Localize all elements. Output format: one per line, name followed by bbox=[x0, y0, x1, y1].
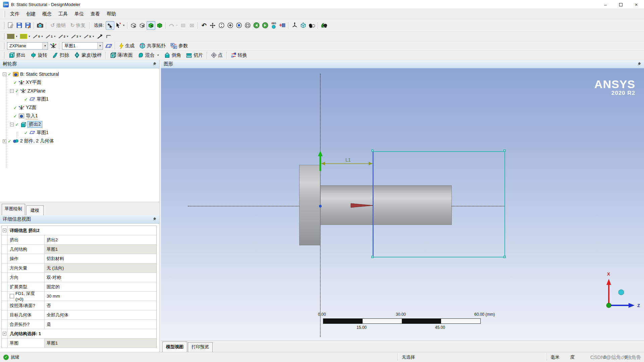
toolbar-grip[interactable] bbox=[3, 52, 4, 59]
generate-button[interactable]: 生成 bbox=[117, 42, 137, 50]
face-color-dropdown[interactable] bbox=[19, 32, 32, 41]
details-row-operation[interactable]: 操作切割材料 bbox=[2, 254, 156, 263]
sweep-button[interactable]: 蒙皮/放样扫掠 bbox=[50, 51, 71, 59]
tab-modeling[interactable]: 建模 bbox=[26, 205, 44, 216]
plane-axis-button[interactable] bbox=[49, 42, 58, 50]
collapse-icon[interactable]: − bbox=[10, 123, 14, 126]
edge-direction-button[interactable] bbox=[96, 32, 104, 41]
viewport-settings-button[interactable] bbox=[278, 21, 287, 30]
point-button[interactable]: 点 bbox=[209, 51, 225, 59]
tree-item-project[interactable]: − ✓ B: Static Structural bbox=[3, 70, 59, 78]
parameter-checkbox[interactable] bbox=[10, 294, 14, 298]
pin-icon[interactable] bbox=[637, 62, 641, 66]
toolbar-grip[interactable] bbox=[3, 43, 4, 49]
save-project-button[interactable] bbox=[23, 21, 32, 30]
collapse-icon[interactable]: − bbox=[2, 329, 8, 338]
menu-units[interactable]: 单位 bbox=[71, 10, 87, 18]
collapse-icon[interactable]: − bbox=[10, 89, 14, 93]
undo-button[interactable]: ↺撤销 bbox=[48, 21, 68, 29]
selection-filter-box-2-button[interactable] bbox=[138, 21, 147, 30]
look-at-button[interactable] bbox=[290, 21, 299, 30]
thin-surface-button[interactable]: 薄/表面 bbox=[107, 51, 135, 59]
pan-button[interactable] bbox=[208, 21, 217, 30]
active-plane-combobox[interactable]: ZXPlane ▼ bbox=[7, 42, 48, 50]
details-row-target-bodies[interactable]: 目标几何体全部几何体 bbox=[2, 310, 156, 320]
dimension-l1[interactable]: L1 bbox=[321, 157, 373, 165]
tab-sketching[interactable]: 草图绘制 bbox=[2, 204, 25, 216]
display-model-button[interactable] bbox=[299, 21, 308, 30]
extrude-button[interactable]: 挤出 bbox=[6, 51, 28, 59]
next-view-button[interactable] bbox=[261, 21, 269, 30]
status-unit-angle[interactable]: 度 bbox=[570, 353, 575, 361]
tree-item-sketch1-child[interactable]: ✓ 草图1 bbox=[24, 129, 49, 136]
minimize-button[interactable]: – bbox=[598, 0, 613, 9]
conversion-button[interactable]: 转换 bbox=[228, 51, 250, 59]
close-button[interactable]: × bbox=[629, 0, 644, 9]
tree-item-parts-bodies[interactable]: + ✓ 2 部件, 2 几何体 bbox=[3, 137, 54, 145]
details-row-as-thin-surface[interactable]: 按照薄/表面?否 bbox=[2, 301, 156, 310]
details-row-extrude[interactable]: 挤出挤出2 bbox=[2, 235, 156, 245]
toolbar-grip[interactable] bbox=[3, 33, 4, 40]
box-tool-2-button[interactable] bbox=[187, 21, 196, 30]
zoom-button[interactable] bbox=[217, 21, 226, 30]
active-sketch-combobox[interactable]: 草图1 ▼ bbox=[62, 42, 103, 50]
maximize-button[interactable] bbox=[613, 0, 629, 9]
rotate-view-button[interactable]: ↶ bbox=[200, 21, 208, 30]
line-weight-3-dropdown[interactable]: 3 bbox=[70, 32, 83, 41]
parameters-button[interactable]: PP参数 bbox=[168, 42, 190, 50]
pin-icon[interactable] bbox=[152, 62, 157, 66]
toolbar-grip[interactable] bbox=[3, 22, 4, 29]
edge-color-dropdown[interactable] bbox=[6, 32, 19, 41]
expand-icon[interactable]: + bbox=[3, 139, 6, 143]
details-row-geometry[interactable]: 几何结构草图1 bbox=[2, 245, 156, 254]
selection-filter-solid-button[interactable] bbox=[155, 21, 164, 30]
select-new-mode-button[interactable] bbox=[106, 21, 114, 30]
redo-button[interactable]: ↻恢复 bbox=[68, 21, 88, 29]
slice-button[interactable]: 切片 bbox=[183, 51, 205, 59]
sketch-combo-arrow-icon[interactable]: ▼ bbox=[97, 43, 103, 49]
details-row-direction-vector[interactable]: 方向矢量无 (法向) bbox=[2, 263, 156, 273]
tab-print-preview[interactable]: 打印预览 bbox=[188, 342, 213, 352]
tree-item-sketch1[interactable]: ✓ 草图1 bbox=[24, 96, 49, 103]
plane-combo-arrow-icon[interactable]: ▼ bbox=[42, 43, 48, 49]
menu-view[interactable]: 查看 bbox=[87, 10, 103, 18]
tree-item-import1[interactable]: ✓ 导入1 bbox=[13, 112, 38, 120]
menu-grip[interactable] bbox=[4, 11, 5, 17]
skin-loft-button[interactable]: 蒙皮/放样 bbox=[71, 51, 104, 59]
menu-tools[interactable]: 工具 bbox=[55, 10, 71, 18]
details-row-direction[interactable]: 方向双-对称 bbox=[2, 273, 156, 282]
tab-model-view[interactable]: 模型视图 bbox=[162, 342, 187, 352]
line-weight-2-dropdown[interactable]: 2 bbox=[57, 32, 70, 41]
tree-item-yzplane[interactable]: ✓ YZ面 bbox=[13, 104, 37, 111]
tree-item-xyplane[interactable]: ✓ XY平面 bbox=[13, 79, 42, 86]
details-row-merge-topology[interactable]: 合并拓扑?是 bbox=[2, 320, 156, 329]
image-capture-button[interactable] bbox=[36, 21, 45, 30]
model-canvas[interactable]: L1 ANSYS 2020 R2 0.00 30.00 60.00 (mm) 1… bbox=[161, 68, 644, 341]
green-direction-arrow[interactable] bbox=[318, 151, 323, 156]
orientation-triad[interactable]: X Z bbox=[597, 269, 644, 313]
share-topology-button[interactable]: 共享拓扑 bbox=[137, 42, 168, 50]
box-zoom-button[interactable] bbox=[243, 21, 252, 30]
transform-dropdown-button[interactable] bbox=[167, 21, 179, 30]
vertex-display-button[interactable] bbox=[104, 32, 113, 41]
previous-view-button[interactable] bbox=[252, 21, 261, 30]
menu-create[interactable]: 创建 bbox=[23, 10, 39, 18]
chamfer-button[interactable]: 倒角 bbox=[162, 51, 183, 59]
tree-item-zxplane[interactable]: − ✓ ZXPlane bbox=[10, 87, 46, 95]
zoom-in-button[interactable] bbox=[226, 21, 234, 30]
shaded-mode-button[interactable] bbox=[308, 21, 316, 30]
details-row-depth[interactable]: FD1, 深度(>0) 30 mm bbox=[2, 292, 156, 301]
iso-view-button[interactable]: ISO bbox=[269, 21, 278, 30]
tree-item-extrude2[interactable]: − ✓ 挤出2 bbox=[10, 121, 42, 128]
pin-icon[interactable] bbox=[152, 217, 157, 222]
collapse-icon[interactable]: − bbox=[3, 72, 6, 76]
details-row-sketch[interactable]: 草图草图1 bbox=[2, 339, 156, 348]
line-weight-0-dropdown[interactable]: 0 bbox=[32, 32, 44, 41]
select-mode-dropdown-button[interactable] bbox=[114, 21, 126, 30]
box-tool-1-button[interactable] bbox=[179, 21, 187, 30]
menu-concept[interactable]: 概念 bbox=[39, 10, 55, 18]
details-section-geometry-selection[interactable]: − 几何结构选择: 1 bbox=[2, 329, 156, 339]
selection-filter-body-button[interactable] bbox=[147, 21, 155, 30]
new-sketch-doc-button[interactable] bbox=[6, 21, 15, 30]
extrusion-direction-arrow[interactable] bbox=[351, 203, 373, 207]
